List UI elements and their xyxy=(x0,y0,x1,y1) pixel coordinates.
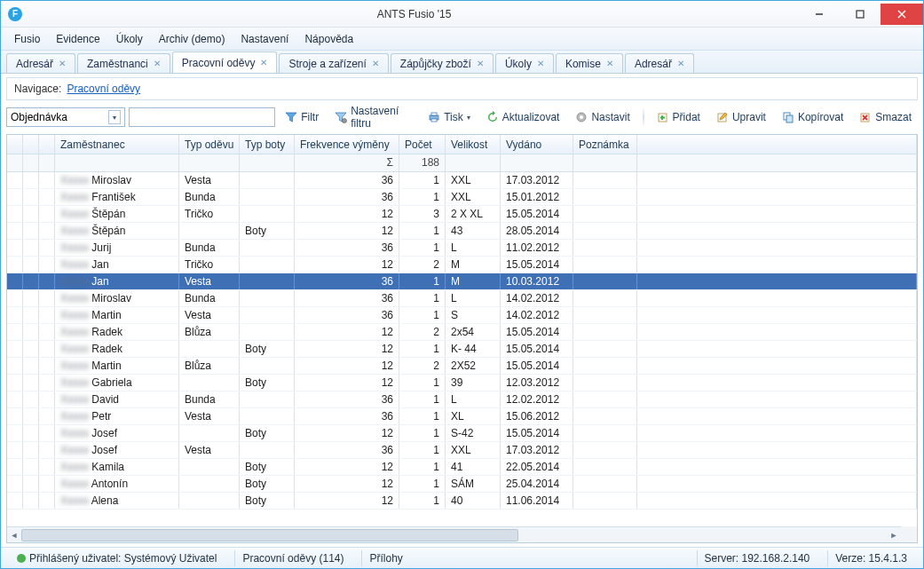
cell xyxy=(573,442,637,458)
table-row[interactable]: Xxxxx RadekBoty121K- 4415.05.2014 xyxy=(7,341,917,358)
cell xyxy=(240,189,295,205)
table-row[interactable]: Xxxxx ŠtěpánBoty1214328.05.2014 xyxy=(7,223,917,240)
cell xyxy=(637,273,917,289)
grid-header: ZaměstnanecTyp oděvuTyp botyFrekvence vý… xyxy=(7,135,917,154)
filter-settings-button[interactable]: Nastavení filtru xyxy=(328,107,418,128)
cell: 12 xyxy=(295,493,399,509)
tab-z-p-j-ky-zbo--4[interactable]: Zápůjčky zboží✕ xyxy=(391,53,494,73)
cell xyxy=(573,307,637,323)
delete-button[interactable]: Smazat xyxy=(853,107,918,128)
column-header[interactable]: Frekvence výměny xyxy=(295,135,399,154)
table-row[interactable]: Xxxxx KamilaBoty1214122.05.2014 xyxy=(7,459,917,476)
cell xyxy=(240,324,295,340)
column-header[interactable]: Poznámka xyxy=(573,135,637,154)
table-row[interactable]: Xxxxx JanVesta361M10.03.2012 xyxy=(7,273,917,290)
close-icon[interactable]: ✕ xyxy=(677,59,684,68)
app-icon: F xyxy=(8,7,22,21)
table-row[interactable]: Xxxxx MiroslavBunda361L14.02.2012 xyxy=(7,290,917,307)
tab-zam-stnanci-1[interactable]: Zaměstnanci✕ xyxy=(77,53,170,73)
table-row[interactable]: Xxxxx DavidBunda361L12.02.2012 xyxy=(7,391,917,408)
menu-fusio[interactable]: Fusio xyxy=(6,29,48,49)
cell: 43 xyxy=(446,223,501,239)
table-row[interactable]: Xxxxx RadekBlůza1222x5415.05.2014 xyxy=(7,324,917,341)
menu-evidence[interactable]: Evidence xyxy=(48,29,107,49)
column-header[interactable]: Zaměstnanec xyxy=(55,135,179,154)
nav-link[interactable]: Pracovní oděvy xyxy=(67,83,140,95)
table-row[interactable]: Xxxxx AlenaBoty1214011.06.2014 xyxy=(7,493,917,510)
status-attachments[interactable]: Přílohy xyxy=(361,550,409,566)
scroll-right-icon[interactable]: ► xyxy=(887,527,901,543)
view-combo[interactable]: Objednávka ▾ xyxy=(6,107,125,127)
table-row[interactable]: Xxxxx JanTričko122M15.05.2014 xyxy=(7,257,917,273)
cell: Xxxxx Štěpán xyxy=(55,223,179,239)
cell xyxy=(7,324,23,340)
cell: 36 xyxy=(295,290,399,306)
cell xyxy=(7,408,23,424)
close-icon[interactable]: ✕ xyxy=(260,58,267,67)
close-icon[interactable]: ✕ xyxy=(477,59,484,68)
tab--koly-5[interactable]: Úkoly✕ xyxy=(495,53,554,73)
scroll-thumb[interactable] xyxy=(21,529,518,541)
cell: 1 xyxy=(399,408,446,424)
table-row[interactable]: Xxxxx MartinBlůza1222X5215.05.2014 xyxy=(7,358,917,375)
add-button[interactable]: Přidat xyxy=(651,107,707,128)
tab-komise-6[interactable]: Komise✕ xyxy=(556,53,623,73)
tab-stroje-a-za-zen--3[interactable]: Stroje a zařízení✕ xyxy=(279,53,388,73)
cell xyxy=(573,223,637,239)
menu-n-pov-da[interactable]: Nápověda xyxy=(296,29,361,49)
horizontal-scrollbar[interactable]: ◄ ► xyxy=(7,526,901,542)
column-header[interactable] xyxy=(637,135,917,154)
filter-button[interactable]: Filtr xyxy=(279,107,325,128)
column-header[interactable] xyxy=(23,135,39,154)
column-header[interactable]: Počet xyxy=(399,135,446,154)
table-row[interactable]: Xxxxx JosefVesta361XXL17.03.2012 xyxy=(7,442,917,459)
close-button[interactable] xyxy=(881,4,923,25)
menu-nastaven-[interactable]: Nastavení xyxy=(233,29,296,49)
cell xyxy=(573,459,637,475)
column-header[interactable] xyxy=(7,135,23,154)
close-icon[interactable]: ✕ xyxy=(59,59,66,68)
table-row[interactable]: Xxxxx ŠtěpánTričko1232 X XL15.05.2014 xyxy=(7,206,917,223)
table-row[interactable]: Xxxxx AntonínBoty121SÁM25.04.2014 xyxy=(7,476,917,493)
cell xyxy=(39,358,55,374)
scroll-left-icon[interactable]: ◄ xyxy=(7,527,21,543)
minimize-button[interactable] xyxy=(799,4,840,25)
table-row[interactable]: Xxxxx MartinVesta361S14.02.2012 xyxy=(7,307,917,324)
refresh-button[interactable]: Aktualizovat xyxy=(480,107,566,128)
table-row[interactable]: Xxxxx JosefBoty121S-4215.05.2014 xyxy=(7,425,917,442)
maximize-button[interactable] xyxy=(840,4,881,25)
cell: S xyxy=(446,307,501,323)
table-row[interactable]: Xxxxx GabrielaBoty1213912.03.2012 xyxy=(7,375,917,391)
close-icon[interactable]: ✕ xyxy=(154,59,161,68)
tab-adres--7[interactable]: Adresář✕ xyxy=(625,53,694,73)
copy-button[interactable]: Kopírovat xyxy=(776,107,849,128)
close-icon[interactable]: ✕ xyxy=(537,59,544,68)
table-row[interactable]: Xxxxx PetrVesta361XL15.06.2012 xyxy=(7,408,917,425)
cell: Vesta xyxy=(179,172,240,188)
menu-archiv-demo-[interactable]: Archiv (demo) xyxy=(151,29,233,49)
cell xyxy=(573,189,637,205)
cell: Xxxxx Štěpán xyxy=(55,206,179,222)
table-row[interactable]: Xxxxx JurijBunda361L11.02.2012 xyxy=(7,240,917,257)
tab-pracovn-od-vy-2[interactable]: Pracovní oděvy✕ xyxy=(172,51,278,73)
tab-label: Komise xyxy=(565,58,601,70)
column-header[interactable] xyxy=(39,135,55,154)
cell xyxy=(39,273,55,289)
column-header[interactable]: Typ boty xyxy=(240,135,295,154)
table-row[interactable]: Xxxxx MiroslavVesta361XXL17.03.2012 xyxy=(7,172,917,189)
menu--koly[interactable]: Úkoly xyxy=(108,29,151,49)
cell: 36 xyxy=(295,442,399,458)
column-header[interactable]: Vydáno xyxy=(501,135,573,154)
column-header[interactable]: Velikost xyxy=(446,135,501,154)
cell: Xxxxx Radek xyxy=(55,324,179,340)
close-icon[interactable]: ✕ xyxy=(372,59,379,68)
column-header[interactable]: Typ oděvu xyxy=(179,135,240,154)
print-button[interactable]: Tisk ▾ xyxy=(422,107,477,128)
close-icon[interactable]: ✕ xyxy=(606,59,613,68)
edit-button[interactable]: Upravit xyxy=(710,107,772,128)
grid-body[interactable]: Xxxxx MiroslavVesta361XXL17.03.2012Xxxxx… xyxy=(7,172,917,526)
search-input[interactable] xyxy=(129,107,275,127)
settings-button[interactable]: Nastavit xyxy=(569,107,636,128)
tab-adres--0[interactable]: Adresář✕ xyxy=(6,53,75,73)
table-row[interactable]: Xxxxx FrantišekBunda361XXL15.01.2012 xyxy=(7,189,917,206)
